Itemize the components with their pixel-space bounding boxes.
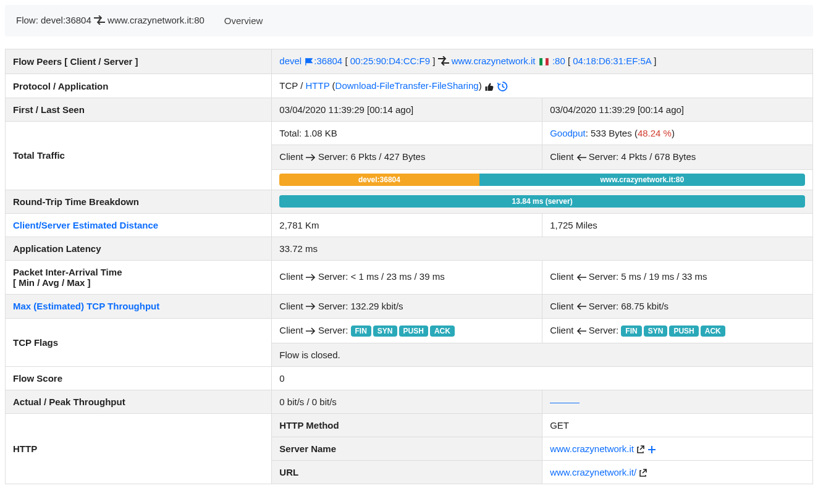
protocol-category-link[interactable]: Download-FileTransfer-FileSharing: [335, 80, 479, 91]
flag-push: PUSH: [399, 326, 428, 337]
value-flow-closed: Flow is closed.: [272, 343, 813, 367]
arrow-left-icon: [576, 153, 586, 163]
flag-fin: FIN: [351, 326, 371, 337]
value-flow-peers: devel :36804 [ 00:25:90:D4:CC:F9 ] www.c…: [272, 49, 813, 74]
label-max-tcp: Max (Estimated) TCP Throughput: [6, 294, 272, 319]
value-last-seen: 03/04/2020 11:39:29 [00:14 ago]: [542, 98, 813, 122]
sparkline: [550, 403, 580, 403]
traffic-bar-cell: devel:36804 www.crazynetwork.it:80: [272, 169, 813, 190]
arrow-left-icon: [576, 326, 586, 337]
value-server-name: www.crazynetwork.it: [542, 437, 813, 461]
history-icon[interactable]: [497, 80, 508, 91]
value-protocol: TCP / HTTP (Download-FileTransfer-FileSh…: [272, 74, 813, 98]
thumbs-up-icon[interactable]: [484, 80, 494, 91]
arrow-right-icon: [306, 272, 316, 283]
distance-link[interactable]: Client/Server Estimated Distance: [13, 220, 158, 230]
bracket: ]: [430, 56, 438, 66]
url-link[interactable]: www.crazynetwork.it/: [550, 467, 636, 477]
tab-overview[interactable]: Overview: [224, 15, 263, 26]
flag-syn: SYN: [644, 326, 668, 337]
value-km: 2,781 Km: [272, 213, 542, 237]
value-flow-score: 0: [272, 367, 813, 390]
client-host-link[interactable]: devel: [279, 56, 301, 66]
server-port-link[interactable]: :80: [552, 56, 565, 66]
goodput-pct: 48.24 %: [638, 128, 672, 138]
label-total-traffic: Total Traffic: [6, 122, 272, 190]
server-mac-link[interactable]: 04:18:D6:31:EF:5A: [573, 56, 651, 66]
label-first-last: First / Last Seen: [6, 98, 272, 122]
label-http-method: HTTP Method: [272, 414, 542, 437]
arrow-right-icon: [306, 326, 316, 337]
label-flow-peers: Flow Peers [ Client / Server ]: [6, 49, 272, 74]
bracket: [: [345, 56, 350, 66]
label-actual-peak: Actual / Peak Throughput: [6, 390, 272, 414]
value-maxtcp-s2c: Client Server: 68.75 kbit/s: [542, 294, 813, 319]
page-header: Flow: devel:36804 www.crazynetwork.it:80…: [5, 5, 813, 36]
value-flags-s2c: Client Server: FINSYNPUSHACK: [542, 319, 813, 343]
value-c2s-traffic: Client Server: 6 Pkts / 427 Bytes: [272, 145, 542, 170]
value-url: www.crazynetwork.it/: [542, 461, 813, 484]
flag-icon[interactable]: [304, 56, 314, 66]
label-url: URL: [272, 461, 542, 484]
flag-syn: SYN: [373, 326, 397, 337]
rtt-cell: 13.84 ms (server): [272, 190, 813, 213]
flow-details-table: Flow Peers [ Client / Server ] devel :36…: [5, 49, 813, 484]
plus-icon[interactable]: [647, 443, 656, 454]
label-protocol: Protocol / Application: [6, 74, 272, 98]
value-flags-c2s: Client Server: FINSYNPUSHACK: [272, 319, 542, 343]
server-host-link[interactable]: www.crazynetwork.it: [452, 56, 536, 66]
arrow-left-icon: [576, 272, 586, 283]
flow-prefix: Flow:: [16, 15, 41, 25]
value-inter-c2s: Client Server: < 1 ms / 23 ms / 39 ms: [272, 260, 542, 294]
swap-icon: [94, 15, 105, 27]
label-distance: Client/Server Estimated Distance: [6, 213, 272, 237]
external-link-icon[interactable]: [639, 467, 647, 477]
traffic-bar-server: www.crazynetwork.it:80: [479, 174, 805, 186]
italy-flag-icon: [539, 57, 549, 67]
flag-ack: ACK: [701, 326, 725, 337]
label-server-name: Server Name: [272, 437, 542, 461]
max-tcp-link[interactable]: Max (Estimated) TCP Throughput: [13, 301, 159, 311]
swap-icon: [438, 56, 449, 67]
rtt-bar: 13.84 ms (server): [279, 195, 805, 208]
client-mac-link[interactable]: 00:25:90:D4:CC:F9: [350, 56, 430, 66]
protocol-base: TCP /: [279, 80, 305, 91]
value-actual-peak: 0 bit/s / 0 bit/s: [272, 390, 542, 414]
label-tcp-flags: TCP Flags: [6, 319, 272, 367]
label-app-latency: Application Latency: [6, 237, 272, 260]
arrow-left-icon: [576, 301, 586, 312]
external-link-icon[interactable]: [636, 443, 645, 454]
flag-ack: ACK: [430, 326, 455, 337]
flow-server: www.crazynetwork.it:80: [108, 15, 204, 25]
arrow-right-icon: [306, 301, 316, 312]
value-peak-chart: [542, 390, 813, 414]
server-name-link[interactable]: www.crazynetwork.it: [550, 443, 634, 454]
value-first-seen: 03/04/2020 11:39:29 [00:14 ago]: [272, 98, 542, 122]
flow-title: Flow: devel:36804 www.crazynetwork.it:80: [16, 15, 204, 27]
bracket: ]: [651, 56, 656, 66]
value-app-latency: 33.72 ms: [272, 237, 813, 260]
label-http: HTTP: [6, 414, 272, 484]
protocol-http-link[interactable]: HTTP: [306, 80, 330, 91]
client-port-link[interactable]: :36804: [314, 56, 342, 66]
arrow-right-icon: [306, 153, 316, 163]
value-http-method: GET: [542, 414, 813, 437]
traffic-bar-client: devel:36804: [279, 174, 479, 186]
label-flow-score: Flow Score: [6, 367, 272, 390]
value-goodput: Goodput: 533 Bytes (48.24 %): [542, 122, 813, 145]
flow-client: devel:36804: [41, 15, 91, 25]
flag-push: PUSH: [669, 326, 698, 337]
goodput-link[interactable]: Goodput: [550, 128, 586, 138]
label-rtt: Round-Trip Time Breakdown: [6, 190, 272, 213]
traffic-distribution-bar: devel:36804 www.crazynetwork.it:80: [279, 174, 805, 186]
value-maxtcp-c2s: Client Server: 132.29 kbit/s: [272, 294, 542, 319]
flag-fin: FIN: [621, 326, 641, 337]
bracket: [: [568, 56, 573, 66]
value-total: Total: 1.08 KB: [272, 122, 542, 145]
label-inter-arrival: Packet Inter-Arrival Time [ Min / Avg / …: [6, 260, 272, 294]
value-miles: 1,725 Miles: [542, 213, 813, 237]
value-s2c-traffic: Client Server: 4 Pkts / 678 Bytes: [542, 145, 813, 170]
value-inter-s2c: Client Server: 5 ms / 19 ms / 33 ms: [542, 260, 813, 294]
